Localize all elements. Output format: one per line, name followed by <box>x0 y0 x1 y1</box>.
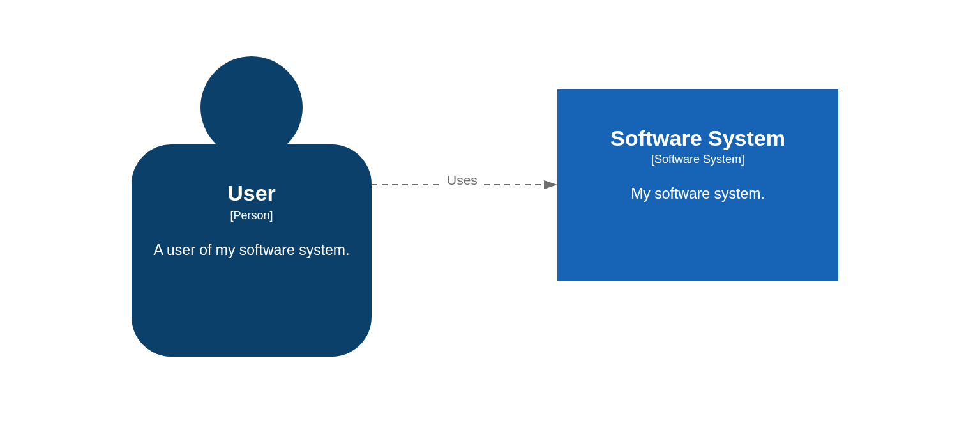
system-description: My software system. <box>577 184 819 204</box>
system-stereotype: [Software System] <box>577 153 819 166</box>
person-head-icon <box>200 56 303 159</box>
person-node-user: User [Person] A user of my software syst… <box>132 56 372 357</box>
person-title: User <box>153 182 350 205</box>
system-context-diagram: User [Person] A user of my software syst… <box>0 0 980 441</box>
person-stereotype: [Person] <box>153 209 350 222</box>
relationship-label: Uses <box>447 173 478 188</box>
person-description: A user of my software system. <box>153 240 350 260</box>
relationship-label-wrapper: Uses <box>442 171 483 190</box>
system-node-software-system: Software System [Software System] My sof… <box>557 89 838 281</box>
person-body: User [Person] A user of my software syst… <box>132 144 372 357</box>
svg-marker-1 <box>544 180 557 189</box>
system-title: Software System <box>577 127 819 150</box>
